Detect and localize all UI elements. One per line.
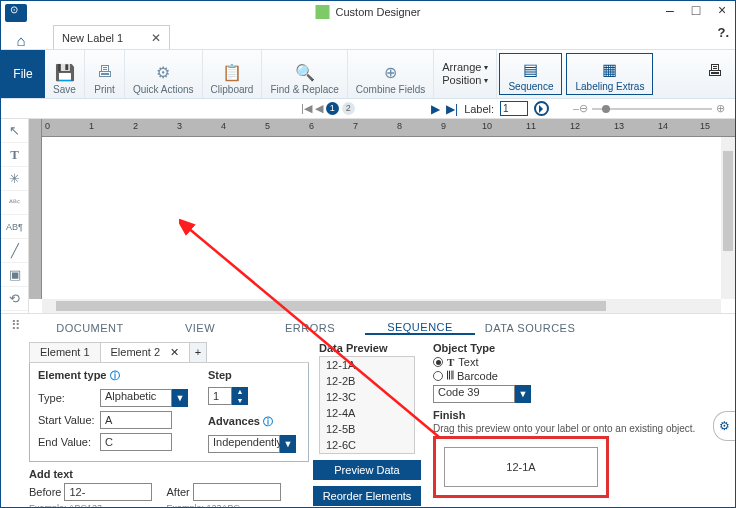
reorder-elements-button[interactable]: Reorder Elements bbox=[313, 486, 421, 506]
chevron-down-icon[interactable]: ▼ bbox=[172, 389, 188, 407]
list-item[interactable]: 12-4A bbox=[320, 405, 414, 421]
home-icon[interactable]: ⌂ bbox=[7, 32, 35, 49]
info-icon[interactable]: ⓘ bbox=[110, 370, 120, 381]
link-tool-icon[interactable]: ⟲ bbox=[1, 287, 28, 311]
app-title: Custom Designer bbox=[336, 6, 421, 18]
info-icon[interactable]: ⓘ bbox=[263, 416, 273, 427]
shape-tool-icon[interactable]: ✳ bbox=[1, 167, 28, 191]
ribbon: File 💾Save 🖶Print ⚙Quick Actions 📋Clipbo… bbox=[1, 49, 735, 99]
side-settings-handle[interactable]: ⚙ bbox=[713, 411, 735, 441]
data-preview-heading: Data Preview bbox=[319, 342, 415, 354]
find-replace-button[interactable]: 🔍Find & Replace bbox=[262, 50, 347, 98]
page-indicator-1[interactable]: 1 bbox=[326, 102, 339, 115]
preview-data-button[interactable]: Preview Data bbox=[313, 460, 421, 480]
page-indicator-2[interactable]: 2 bbox=[342, 102, 355, 115]
combine-fields-button[interactable]: ⊕Combine Fields bbox=[348, 50, 434, 98]
close-element-icon[interactable]: ✕ bbox=[170, 346, 179, 359]
before-input[interactable] bbox=[64, 483, 152, 501]
type-select[interactable]: Alphabetic bbox=[100, 389, 172, 407]
printer-icon[interactable]: 🖶 bbox=[707, 50, 735, 98]
play-icon[interactable]: ▶ bbox=[431, 102, 440, 116]
labeling-extras-button[interactable]: ▦Labeling Extras bbox=[566, 53, 653, 95]
end-value-input[interactable] bbox=[100, 433, 172, 451]
app-title-icon bbox=[316, 5, 330, 19]
zoom-out-icon[interactable]: –⊖ bbox=[573, 102, 588, 115]
vertical-ruler bbox=[29, 119, 42, 299]
bottom-panel: ⠿ DOCUMENT VIEW ERRORS SEQUENCE DATA SOU… bbox=[1, 313, 735, 508]
end-value-label: End Value: bbox=[38, 436, 96, 448]
tab-view[interactable]: VIEW bbox=[145, 322, 255, 334]
advances-select[interactable]: Independently bbox=[208, 435, 280, 453]
zoom-in-icon[interactable]: ⊕ bbox=[716, 102, 725, 115]
print-button[interactable]: 🖶Print bbox=[85, 50, 125, 98]
zoom-slider[interactable] bbox=[592, 108, 712, 110]
list-item[interactable]: 12-1A bbox=[320, 357, 414, 373]
advances-heading: Advances bbox=[208, 415, 260, 427]
tab-sequence[interactable]: SEQUENCE bbox=[365, 321, 475, 335]
list-item[interactable]: 12-5B bbox=[320, 421, 414, 437]
element-tab-2[interactable]: Element 2✕ bbox=[100, 342, 191, 362]
element-tab-1[interactable]: Element 1 bbox=[29, 342, 101, 362]
barcode-radio[interactable] bbox=[433, 371, 443, 381]
format-tool-icon[interactable]: AB¶ bbox=[1, 215, 28, 239]
data-preview-list: 12-1A 12-2B 12-3C 12-4A 12-5B 12-6C bbox=[319, 356, 415, 454]
tab-document[interactable]: DOCUMENT bbox=[35, 322, 145, 334]
arrange-group[interactable]: Arrange▾ Position▾ bbox=[434, 50, 497, 98]
list-item[interactable]: 12-2B bbox=[320, 373, 414, 389]
before-label: Before bbox=[29, 486, 61, 498]
arc-text-tool-icon[interactable]: ᴬᴮᶜ bbox=[1, 191, 28, 215]
start-value-input[interactable] bbox=[100, 411, 172, 429]
title-bar: Custom Designer – □ × bbox=[1, 1, 735, 23]
after-example: Example: 123ABC bbox=[166, 503, 280, 508]
quick-actions-button[interactable]: ⚙Quick Actions bbox=[125, 50, 203, 98]
horizontal-scrollbar[interactable] bbox=[42, 299, 721, 313]
panel-tabs: DOCUMENT VIEW ERRORS SEQUENCE DATA SOURC… bbox=[1, 318, 735, 338]
clipboard-button[interactable]: 📋Clipboard bbox=[203, 50, 263, 98]
vertical-scrollbar[interactable] bbox=[721, 137, 735, 299]
after-input[interactable] bbox=[193, 483, 281, 501]
label-number-input[interactable] bbox=[500, 101, 528, 116]
go-to-label-button[interactable] bbox=[534, 101, 549, 116]
line-tool-icon[interactable]: ╱ bbox=[1, 239, 28, 263]
pointer-tool-icon[interactable]: ↖ bbox=[1, 119, 28, 143]
barcode-icon: 𝄃𝄃𝄂 bbox=[447, 369, 453, 382]
close-button[interactable]: × bbox=[709, 1, 735, 21]
file-menu-button[interactable]: File bbox=[1, 50, 45, 98]
fast-forward-icon[interactable]: ▶| bbox=[446, 102, 458, 116]
first-page-icon[interactable]: |◀ bbox=[301, 102, 312, 115]
document-tab-row: ⌂ New Label 1 ✕ bbox=[1, 23, 735, 49]
document-tab[interactable]: New Label 1 ✕ bbox=[53, 25, 170, 49]
chevron-down-icon[interactable]: ▼ bbox=[280, 435, 296, 453]
label-field-label: Label: bbox=[464, 103, 494, 115]
step-spinner-icon[interactable]: ▲▼ bbox=[232, 387, 248, 405]
design-canvas[interactable] bbox=[42, 137, 721, 299]
list-item[interactable]: 12-3C bbox=[320, 389, 414, 405]
page-navigator: |◀ ◀ 1 2 ▶ ▶| Label: –⊖ ⊕ bbox=[1, 99, 735, 119]
add-element-button[interactable]: + bbox=[189, 342, 207, 362]
minimize-button[interactable]: – bbox=[657, 1, 683, 21]
finish-preview[interactable]: 12-1A bbox=[444, 447, 598, 487]
step-input[interactable] bbox=[208, 387, 232, 405]
image-tool-icon[interactable]: ▣ bbox=[1, 263, 28, 287]
finish-preview-highlight: 12-1A bbox=[433, 436, 609, 498]
list-item[interactable]: 12-6C bbox=[320, 437, 414, 453]
close-tab-icon[interactable]: ✕ bbox=[151, 31, 161, 45]
element-type-heading: Element type bbox=[38, 369, 106, 381]
finish-hint: Drag this preview onto your label or ont… bbox=[433, 423, 727, 434]
sequence-button[interactable]: ▤Sequence bbox=[499, 53, 562, 95]
tab-data-sources[interactable]: DATA SOURCES bbox=[475, 322, 585, 334]
help-button[interactable]: ?. bbox=[717, 25, 729, 40]
save-button[interactable]: 💾Save bbox=[45, 50, 85, 98]
document-tab-label: New Label 1 bbox=[62, 32, 123, 44]
barcode-option-label: Barcode bbox=[457, 370, 498, 382]
tab-errors[interactable]: ERRORS bbox=[255, 322, 365, 334]
text-tool-icon[interactable]: T bbox=[1, 143, 28, 167]
barcode-type-select[interactable]: Code 39 bbox=[433, 385, 515, 403]
text-radio[interactable] bbox=[433, 357, 443, 367]
maximize-button[interactable]: □ bbox=[683, 1, 709, 21]
panel-grip-icon[interactable]: ⠿ bbox=[11, 318, 21, 333]
horizontal-ruler: 0 1 2 3 4 5 6 7 8 9 10 11 12 13 14 15 bbox=[42, 119, 735, 137]
chevron-down-icon[interactable]: ▼ bbox=[515, 385, 531, 403]
before-example: Example: ABC123 bbox=[29, 503, 152, 508]
prev-page-icon[interactable]: ◀ bbox=[315, 102, 323, 115]
